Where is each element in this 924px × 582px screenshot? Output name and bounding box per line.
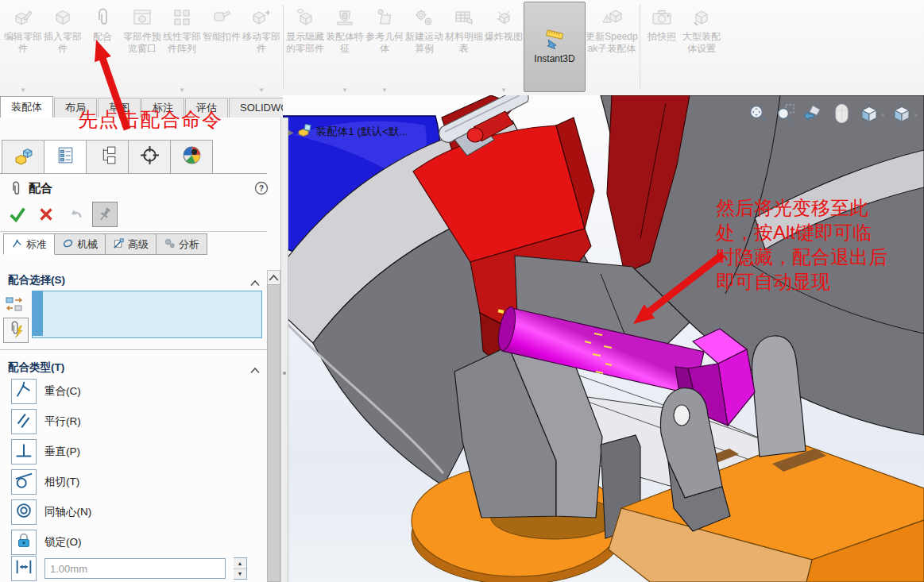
headsup-display-style-button[interactable]: ▾: [891, 103, 918, 127]
tangent-button[interactable]: [11, 469, 37, 495]
headsup-section-view-button[interactable]: [831, 103, 852, 127]
mate-tab-mechanical[interactable]: 机械: [55, 233, 106, 255]
chevron-down-icon[interactable]: ▾: [260, 86, 264, 94]
table-icon: [453, 6, 475, 29]
spinner-up-button[interactable]: ▲: [234, 558, 246, 569]
mate-type-coincident[interactable]: 重合(C): [11, 378, 81, 405]
toolbar-item-label: 参考几何体: [365, 31, 404, 55]
toolbar-item-label: 材料明细表: [444, 31, 484, 55]
section-view-icon: [831, 103, 852, 127]
panel-tab-propertymanager[interactable]: [44, 140, 86, 174]
toolbar-item-smart-fasteners[interactable]: 智能扣件: [202, 2, 242, 95]
help-icon[interactable]: ?: [254, 181, 269, 195]
headsup-zoom-to-area-button[interactable]: [775, 103, 796, 127]
toolbar-item-bill-of-materials[interactable]: 材料明细表: [444, 2, 484, 95]
toolbar-item-reference-geometry[interactable]: 参考几何体▾: [365, 2, 404, 95]
chevron-down-icon[interactable]: ▾: [914, 111, 918, 119]
toolbar-item-assembly-features[interactable]: 装配体特征▾: [325, 2, 365, 95]
undo-button[interactable]: [64, 203, 86, 225]
panel-tab-dimxpertmanager[interactable]: [128, 140, 170, 174]
toolbar-item-take-snapshot[interactable]: 拍快照: [642, 2, 682, 95]
concentric-button[interactable]: [11, 499, 37, 525]
asm-feature-icon: [334, 6, 356, 29]
ribbon-tab-layout[interactable]: 布局: [54, 98, 97, 118]
mate-type-tangent[interactable]: 相切(T): [11, 468, 79, 495]
mate-type-parallel[interactable]: 平行(R): [11, 408, 81, 435]
view-orientation-icon: [859, 103, 880, 127]
toolbar-item-component-preview-window[interactable]: 零部件预览窗口: [122, 2, 162, 95]
distance-spinner: ▲ ▼: [234, 557, 247, 580]
mate-type-label: 相切(T): [44, 475, 79, 489]
headsup-zoom-to-fit-button[interactable]: [748, 103, 768, 127]
toolbar-item-show-hidden-components[interactable]: 显示隐藏的零部件: [285, 2, 325, 95]
mate-tab-advanced[interactable]: 高级: [106, 233, 157, 255]
mt-analysis-icon: [164, 237, 176, 252]
chevron-down-icon[interactable]: ▾: [343, 86, 347, 94]
mate-tab-analysis[interactable]: 分析: [157, 233, 207, 255]
toolbar-item-update-speedpak[interactable]: 更新Speedpak子装配体: [586, 2, 638, 95]
cube-show-icon: [294, 6, 316, 29]
distance-value-input[interactable]: [44, 558, 226, 579]
mate-type-label: 重合(C): [44, 384, 81, 399]
panel-tab-configurationmanager[interactable]: [86, 140, 128, 174]
pattern-icon: [171, 6, 193, 29]
viewport-3d[interactable]: ▾▾ ▶ 装配体1 (默认<默...: [283, 95, 924, 582]
panel-splitter[interactable]: [280, 118, 288, 582]
mate-selection-listbox[interactable]: [32, 291, 262, 338]
toolbar-item-linear-component-pattern[interactable]: 线性零部件阵列▾: [162, 2, 202, 95]
keep-visible-pin-button[interactable]: [92, 202, 118, 227]
chevron-down-icon[interactable]: ▾: [383, 86, 387, 94]
parallel-button[interactable]: [11, 409, 37, 434]
multiple-mate-mode-button[interactable]: [3, 318, 29, 343]
panel-tab-displaymanager[interactable]: [170, 140, 213, 174]
chevron-down-icon[interactable]: ▾: [502, 86, 506, 94]
mate-tab-standard[interactable]: 标准: [3, 233, 55, 255]
distance-mate-button[interactable]: [11, 556, 37, 581]
toolbar-item-edit-component[interactable]: 编辑零部件▾: [3, 2, 43, 95]
toolbar-item-move-component[interactable]: 移动零部件▾: [242, 2, 281, 95]
chevron-down-icon[interactable]: ▾: [881, 111, 885, 119]
scrollbar-up-button[interactable]: [267, 270, 280, 285]
mate-type-concentric[interactable]: 同轴心(N): [11, 499, 91, 526]
headsup-previous-view-button[interactable]: [803, 103, 824, 127]
ribbon-tab-evaluate[interactable]: 评估: [185, 98, 228, 118]
toolbar-item-new-motion-study[interactable]: 新建运动算例: [404, 2, 444, 95]
chevron-down-icon[interactable]: ▾: [180, 86, 184, 94]
toolbar-item-label: 爆炸视图: [485, 31, 523, 43]
toolbar-item-insert-component[interactable]: 插入零部件: [43, 2, 83, 95]
ribbon-tab-sketch[interactable]: 草图: [98, 98, 141, 118]
ribbon-tab-assembly[interactable]: 装配体: [0, 96, 53, 118]
cube-move-icon: [250, 6, 273, 29]
headsup-view-orientation-button[interactable]: ▾: [859, 103, 885, 127]
mt-mech-icon: [62, 237, 74, 252]
ribbon-tab-markup[interactable]: 标注: [141, 98, 184, 118]
chevron-down-icon[interactable]: ▾: [21, 86, 25, 94]
panel-scrollbar[interactable]: [267, 270, 280, 582]
spinner-down-button[interactable]: ▼: [234, 569, 246, 580]
toolbar-item-large-assembly-settings[interactable]: 大型装配体设置: [682, 2, 721, 95]
mate-type-perpendicular[interactable]: 垂直(P): [11, 438, 80, 465]
perpendicular-button[interactable]: [11, 439, 37, 464]
scrollbar-thumb[interactable]: [267, 284, 280, 582]
collapse-chevron-icon[interactable]: [249, 276, 261, 283]
panel-tab-featuremanager[interactable]: [2, 140, 44, 174]
toolbar-item-exploded-view[interactable]: 爆炸视图▾: [484, 2, 524, 95]
lock-button[interactable]: [11, 530, 37, 555]
collapse-chevron-icon[interactable]: [249, 363, 261, 370]
mt-standard-icon: [11, 237, 23, 252]
toolbar-item-instant3d[interactable]: Instant3D: [524, 2, 586, 92]
toolbar-item-label: 拍快照: [648, 31, 676, 43]
warn-cube-icon: [601, 6, 623, 29]
assembly-model[interactable]: [283, 95, 924, 582]
mate-type-label: 垂直(P): [44, 445, 80, 459]
ok-button[interactable]: [6, 203, 29, 225]
swap-mate-entities-icon[interactable]: [4, 294, 25, 314]
pm-dimx-icon: [139, 145, 160, 169]
flyout-expand-icon[interactable]: ▶: [288, 128, 294, 137]
toolbar-item-mate[interactable]: 配合: [83, 2, 122, 95]
pm-props-icon: [55, 145, 76, 169]
mate-type-lock[interactable]: 锁定(O): [11, 529, 82, 556]
selection-stripe: [33, 291, 43, 336]
cancel-button[interactable]: [35, 203, 57, 225]
coincident-button[interactable]: [11, 379, 37, 404]
